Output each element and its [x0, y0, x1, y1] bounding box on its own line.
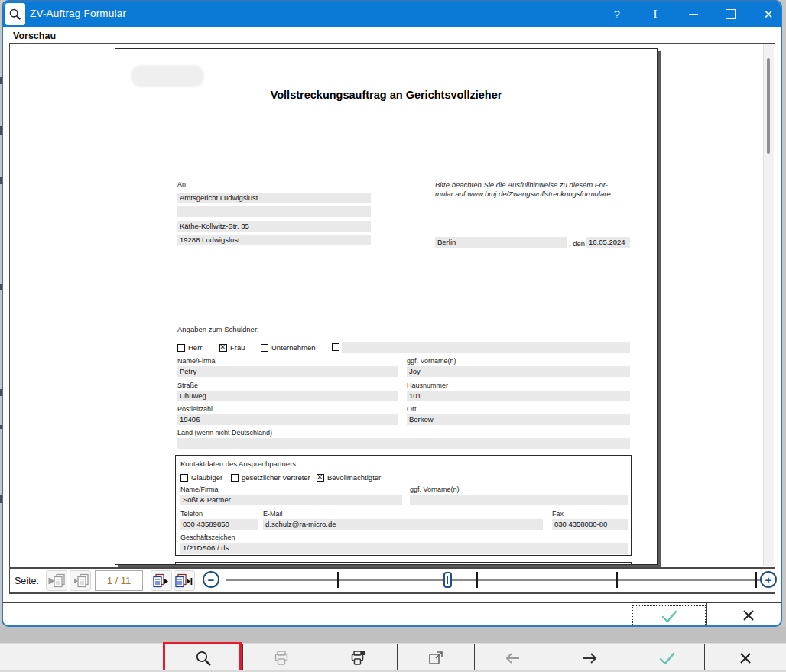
hausnummer-field[interactable]: 101 — [407, 391, 630, 401]
next-page-icon — [152, 573, 171, 589]
den-label: , den — [569, 239, 585, 248]
zoom-out-button[interactable]: − — [203, 571, 219, 588]
title-bar[interactable]: ZV-Auftrag Formular ? I ✕ — [3, 2, 781, 27]
herr-checkbox[interactable] — [177, 344, 185, 352]
last-page-button[interactable] — [174, 570, 195, 591]
contact-vorname-field[interactable] — [410, 495, 628, 505]
other-checkbox[interactable] — [332, 343, 339, 351]
arrow-left-icon — [503, 651, 523, 666]
glaeubiger-checkbox[interactable] — [180, 474, 188, 482]
slider-tick — [616, 572, 618, 588]
debtor-vorname-label: ggf. Vorname(n) — [407, 357, 456, 365]
contact-name-field[interactable]: Sößt & Partner — [180, 495, 402, 505]
next-page-button[interactable] — [151, 570, 172, 591]
place-field[interactable]: Berlin — [435, 237, 567, 248]
ort-label: Ort — [407, 405, 417, 413]
close-button[interactable] — [705, 644, 786, 672]
unternehmen-checkbox[interactable] — [261, 344, 268, 352]
plz-field[interactable]: 19406 — [177, 414, 398, 425]
print-save-icon — [350, 649, 367, 667]
other-type-field[interactable] — [342, 342, 630, 353]
print-icon — [273, 649, 290, 667]
page-navigation-bar: Seite: — [9, 567, 775, 594]
land-field[interactable] — [177, 438, 630, 449]
bevollmaechtigter-checkbox[interactable] — [317, 474, 324, 482]
cancel-button[interactable] — [726, 604, 771, 627]
recipient-city-field[interactable]: 19288 Ludwigslust — [177, 235, 371, 245]
forward-button[interactable] — [551, 644, 628, 672]
desktop-strip — [0, 627, 786, 643]
checkbox-herr[interactable]: Herr — [177, 343, 202, 352]
zoom-slider-track[interactable] — [226, 579, 761, 581]
herr-label: Herr — [188, 343, 202, 352]
open-external-button[interactable] — [398, 644, 474, 672]
checkbox-bevollmaechtigter[interactable]: Bevollmächtigter — [317, 473, 381, 482]
fax-label: Fax — [552, 510, 564, 518]
recipient-line2-field[interactable] — [177, 206, 371, 217]
checkbox-glaeubiger[interactable]: Gläubiger — [180, 473, 222, 482]
checkbox-gesetzlicher-vertreter[interactable]: gesetzlicher Vertreter — [231, 473, 310, 482]
seite-label: Seite: — [15, 576, 39, 586]
date-field[interactable]: 16.05.2024 — [586, 237, 630, 248]
geschaeftszeichen-field[interactable]: 1/21DS06 / ds — [180, 543, 628, 554]
checkbox-other[interactable] — [332, 343, 339, 351]
contact-name-label: Name/Firma — [180, 485, 219, 493]
vertreter-checkbox[interactable] — [231, 474, 239, 482]
scrollbar-thumb[interactable] — [767, 58, 770, 154]
page-indicator[interactable]: 1 / 11 — [95, 570, 143, 591]
recipient-street-field[interactable]: Käthe-Kollwitz-Str. 35 — [177, 221, 371, 232]
recipient-name-field[interactable]: Amtsgericht Ludwigslust — [177, 193, 371, 203]
debtor-name-field[interactable]: Petry — [177, 366, 398, 377]
ort-field[interactable]: Borkow — [407, 414, 630, 425]
minimize-button[interactable] — [676, 2, 711, 27]
vertical-scrollbar[interactable] — [763, 44, 774, 566]
window-title: ZV-Auftrag Formular — [30, 8, 126, 19]
print-button[interactable] — [243, 644, 320, 672]
minimize-icon — [689, 14, 698, 15]
zoom-slider-thumb[interactable] — [443, 572, 452, 588]
contact-vorname-label: ggf. Vorname(n) — [410, 485, 460, 493]
back-button[interactable] — [475, 644, 551, 672]
telefon-field[interactable]: 030 43589850 — [180, 519, 258, 530]
debtor-name-label: Name/Firma — [177, 357, 216, 365]
vertreter-label: gesetzlicher Vertreter — [242, 473, 310, 482]
preview-tab-label: Vorschau — [13, 31, 56, 41]
bottom-toolbar — [0, 643, 786, 672]
previous-page-button[interactable] — [70, 570, 91, 591]
frau-label: Frau — [230, 343, 245, 352]
close-x-icon — [738, 651, 753, 666]
fax-field[interactable]: 030 4358080-80 — [552, 519, 628, 530]
strasse-field[interactable]: Uhuweg — [177, 391, 398, 401]
frau-checkbox[interactable] — [219, 344, 227, 352]
an-label: An — [177, 180, 186, 188]
print-save-button[interactable] — [320, 644, 397, 672]
last-page-icon — [175, 573, 193, 589]
checkbox-unternehmen[interactable]: Unternehmen — [261, 343, 316, 352]
bevollmaechtigter-label: Bevollmächtigter — [327, 473, 381, 482]
hint-text-line1: Bitte beachten Sie die Ausfüllhinweise z… — [435, 180, 608, 189]
hint-text-line2: mular auf www.bmj.de/Zwangsvollstreckung… — [435, 190, 612, 198]
window-close-button[interactable]: ✕ — [751, 2, 782, 27]
contact-section-label: Kontaktdaten des Ansprechpartners: — [180, 459, 298, 468]
debtor-section-label: Angaben zum Schuldner: — [177, 325, 259, 333]
confirm-button[interactable] — [628, 644, 704, 672]
cancel-x-icon — [741, 608, 756, 623]
debtor-vorname-field[interactable]: Joy — [407, 366, 630, 377]
divider — [706, 603, 707, 626]
glaeubiger-label: Gläubiger — [191, 473, 222, 482]
app-icon — [5, 3, 25, 25]
telefon-label: Telefon — [180, 510, 203, 518]
contact-box: Kontaktdaten des Ansprechpartners: Gläub… — [175, 455, 632, 556]
maximize-button[interactable] — [713, 2, 748, 27]
zv-auftrag-window: ZV-Auftrag Formular ? I ✕ Vorschau Volls… — [2, 0, 782, 627]
zoom-in-button[interactable]: + — [760, 571, 777, 588]
email-field[interactable]: d.schulz@ra-micro.de — [263, 519, 543, 530]
unternehmen-label: Unternehmen — [271, 343, 316, 352]
help-button[interactable]: ? — [599, 2, 635, 27]
hausnummer-label: Hausnummer — [407, 381, 448, 389]
ok-button[interactable] — [632, 605, 706, 626]
text-cursor-button[interactable]: I — [638, 2, 673, 27]
first-page-button[interactable] — [46, 570, 67, 591]
maximize-icon — [726, 9, 736, 19]
checkbox-frau[interactable]: Frau — [219, 343, 245, 352]
